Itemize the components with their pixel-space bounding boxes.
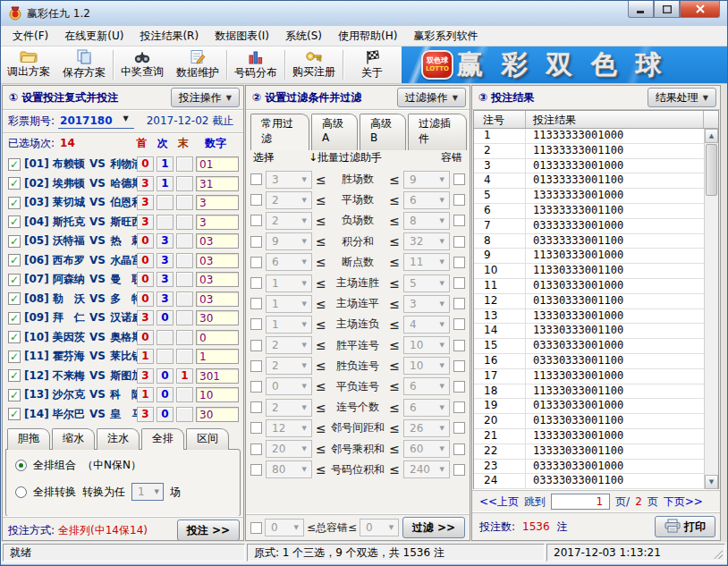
total-tolerance-max-dropdown[interactable]: 0▼	[360, 519, 399, 536]
away-win-box[interactable]	[176, 233, 193, 249]
match-checkbox[interactable]: ✓	[8, 312, 21, 325]
digits-box[interactable]: 301	[196, 368, 239, 384]
draw-box[interactable]: 3	[157, 233, 174, 249]
digits-box[interactable]: 03	[196, 291, 239, 307]
away-win-box[interactable]	[176, 195, 193, 210]
number-distribution-button[interactable]: 号码分布	[228, 46, 284, 83]
filter-select-checkbox[interactable]	[250, 340, 262, 351]
filter-tolerance-checkbox[interactable]	[453, 401, 465, 413]
match-checkbox[interactable]: ✓	[8, 292, 21, 305]
result-row[interactable]: 5 13333333001000	[474, 189, 704, 204]
result-row[interactable]: 11 01330333001000	[474, 279, 704, 294]
draw-box[interactable]	[157, 215, 174, 230]
title-bar[interactable]: 赢彩任九 1.2	[1, 1, 727, 26]
filter-select-checkbox[interactable]	[250, 318, 262, 330]
filter-max-dropdown[interactable]: 26▼	[403, 419, 450, 437]
filter-tolerance-checkbox[interactable]	[453, 194, 465, 206]
match-checkbox[interactable]: ✓	[8, 408, 21, 420]
filter-min-dropdown[interactable]: 2▼	[266, 191, 312, 209]
away-win-box[interactable]	[176, 310, 193, 325]
filter-min-dropdown[interactable]: 1▼	[266, 316, 312, 334]
result-row[interactable]: 18 11333033001100	[474, 384, 704, 400]
match-checkbox[interactable]: ✓	[8, 389, 21, 401]
away-win-box[interactable]	[176, 387, 193, 402]
match-checkbox[interactable]: ✓	[8, 235, 21, 248]
filter-select-checkbox[interactable]	[250, 236, 262, 248]
draw-box[interactable]: 1	[157, 156, 174, 172]
draw-box[interactable]: 3	[157, 253, 174, 268]
result-row[interactable]: 3 01333333001000	[474, 159, 704, 174]
filter-tolerance-checkbox[interactable]	[453, 215, 465, 226]
scrollbar-thumb[interactable]	[706, 144, 717, 196]
filter-max-dropdown[interactable]: 8▼	[403, 212, 450, 230]
home-win-box[interactable]: 0	[137, 253, 154, 268]
filter-operations-button[interactable]: 过滤操作▼	[397, 88, 466, 107]
result-row[interactable]: 4 01333333001100	[474, 173, 704, 189]
filter-tolerance-checkbox[interactable]	[453, 298, 465, 309]
match-checkbox[interactable]: ✓	[8, 369, 21, 382]
filter-tolerance-checkbox[interactable]	[453, 340, 465, 351]
scroll-down-icon[interactable]: ▼	[705, 475, 718, 489]
filter-tolerance-checkbox[interactable]	[453, 236, 465, 248]
prev-page-link[interactable]: <<上页	[479, 494, 519, 510]
filter-min-dropdown[interactable]: 3▼	[266, 171, 312, 189]
filter-select-checkbox[interactable]	[250, 464, 262, 476]
result-row[interactable]: 8 03333333001100	[474, 234, 704, 249]
purchase-register-button[interactable]: 购买注册	[286, 46, 342, 83]
home-win-box[interactable]: 0	[137, 291, 154, 307]
draw-box[interactable]: 0	[157, 368, 174, 384]
result-row[interactable]: 24 03333033001100	[474, 474, 704, 489]
result-row[interactable]: 21 13333033001000	[474, 429, 704, 444]
filter-min-dropdown[interactable]: 9▼	[266, 232, 312, 250]
filter-select-checkbox[interactable]	[250, 422, 262, 434]
match-checkbox[interactable]: ✓	[8, 215, 21, 228]
full-permutation-radio[interactable]	[15, 460, 27, 471]
result-row[interactable]: 13 13330333001000	[474, 309, 704, 325]
filter-min-dropdown[interactable]: 0▼	[266, 377, 312, 395]
away-win-box[interactable]	[176, 272, 193, 287]
filter-select-checkbox[interactable]	[250, 360, 262, 372]
result-row[interactable]: 9 11330333001000	[474, 249, 704, 264]
about-button[interactable]: 关于	[344, 46, 400, 83]
draw-box[interactable]: 3	[157, 272, 174, 287]
filter-max-dropdown[interactable]: 240▼	[403, 460, 450, 478]
digits-box[interactable]: 03	[196, 272, 239, 287]
filter-select-checkbox[interactable]	[250, 173, 262, 185]
result-row[interactable]: 23 03333033001000	[474, 460, 704, 475]
result-row[interactable]: 16 03330333001100	[474, 354, 704, 369]
filter-max-dropdown[interactable]: 6▼	[403, 399, 450, 417]
convert-count-dropdown[interactable]: 1▼	[131, 483, 164, 501]
away-win-box[interactable]	[176, 156, 193, 172]
digits-box[interactable]: 3	[196, 195, 239, 210]
menu-item[interactable]: 在线更新(U)	[56, 26, 131, 46]
filter-tolerance-checkbox[interactable]	[453, 360, 465, 372]
tab-zhushui[interactable]: 注水	[97, 428, 140, 450]
home-win-box[interactable]: 0	[137, 233, 154, 249]
draw-box[interactable]: 0	[157, 310, 174, 325]
filter-tolerance-checkbox[interactable]	[453, 257, 465, 268]
digits-box[interactable]: 1	[196, 349, 239, 364]
digits-box[interactable]: 01	[196, 156, 239, 172]
tab-dantuo[interactable]: 胆拖	[7, 428, 50, 450]
match-checkbox[interactable]: ✓	[8, 177, 21, 190]
draw-box[interactable]: 3	[157, 291, 174, 307]
filter-min-dropdown[interactable]: 12▼	[266, 419, 312, 437]
tab-suoshui[interactable]: 缩水	[52, 428, 95, 450]
menu-item[interactable]: 数据图表(I)	[207, 26, 277, 46]
minimize-button[interactable]	[628, 1, 654, 18]
open-plan-button[interactable]: 调出方案	[1, 46, 56, 83]
menu-item[interactable]: 使用帮助(H)	[330, 26, 405, 46]
filter-max-dropdown[interactable]: 10▼	[403, 357, 450, 375]
draw-box[interactable]	[157, 195, 174, 210]
filter-max-dropdown[interactable]: 11▼	[403, 253, 450, 271]
tab-quanpai[interactable]: 全排	[141, 428, 184, 450]
filter-tolerance-checkbox[interactable]	[453, 422, 465, 434]
close-button[interactable]	[680, 1, 720, 18]
filter-max-dropdown[interactable]: 4▼	[403, 316, 450, 334]
filter-tolerance-checkbox[interactable]	[453, 381, 465, 393]
filter-max-dropdown[interactable]: 6▼	[403, 377, 450, 395]
tab-filter-plugin[interactable]: 过滤插件	[408, 114, 467, 150]
menu-item[interactable]: 文件(F)	[4, 26, 56, 46]
draw-box[interactable]	[157, 349, 174, 364]
filter-max-dropdown[interactable]: 32▼	[403, 232, 450, 250]
